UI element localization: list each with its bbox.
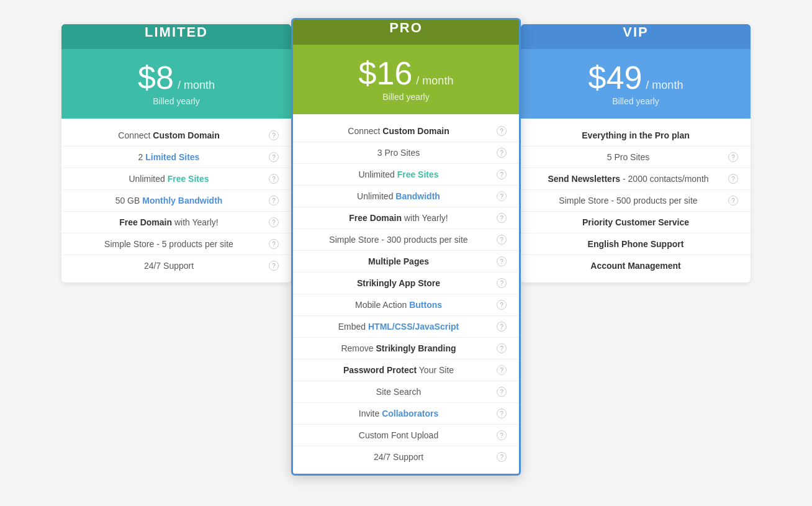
help-icon-pro-7[interactable]: ?	[497, 278, 507, 288]
feature-item-limited-1: 2 Limited Sites ?	[61, 147, 291, 168]
price-section-vip: $49 / month Billed yearly	[521, 49, 751, 119]
feature-item-pro-7: Strikingly App Store ?	[293, 273, 519, 294]
feature-item-pro-11: Password Protect Your Site ?	[293, 359, 519, 381]
feature-text-pro-7: Strikingly App Store	[305, 278, 492, 288]
plan-name-vip: VIP	[521, 24, 751, 40]
plan-name-section-limited: LIMITED	[61, 24, 291, 49]
feature-item-pro-2: Unlimited Free Sites ?	[293, 164, 519, 186]
price-row-limited: $8 / month	[74, 61, 279, 94]
help-icon-limited-3[interactable]: ?	[269, 196, 279, 206]
plan-header-pro: PRO $16 / month Billed yearly	[293, 18, 519, 114]
price-period-pro: / month	[416, 75, 453, 88]
help-icon-pro-3[interactable]: ?	[497, 191, 507, 201]
feature-text-limited-3: 50 GB Monthly Bandwidth	[74, 196, 264, 206]
plan-name-section-vip: VIP	[521, 24, 751, 49]
help-icon-limited-2[interactable]: ?	[269, 174, 279, 184]
help-icon-pro-11[interactable]: ?	[497, 365, 507, 375]
plan-name-limited: LIMITED	[61, 24, 291, 40]
help-icon-limited-4[interactable]: ?	[269, 217, 279, 227]
help-icon-pro-5[interactable]: ?	[497, 235, 507, 245]
feature-item-limited-3: 50 GB Monthly Bandwidth ?	[61, 190, 291, 212]
feature-item-pro-4: Free Domain with Yearly! ?	[293, 207, 519, 229]
plan-name-pro: PRO	[293, 20, 519, 36]
price-billing-pro: Billed yearly	[305, 92, 507, 102]
feature-item-limited-5: Simple Store - 5 products per site ?	[61, 233, 291, 255]
help-icon-pro-14[interactable]: ?	[497, 430, 507, 440]
price-billing-vip: Billed yearly	[533, 96, 738, 106]
plan-card-pro: PRO $16 / month Billed yearly Connect Cu…	[291, 18, 521, 476]
feature-text-limited-0: Connect Custom Domain	[74, 130, 264, 140]
help-icon-limited-5[interactable]: ?	[269, 239, 279, 249]
help-icon-pro-8[interactable]: ?	[497, 300, 507, 310]
feature-text-pro-0: Connect Custom Domain	[305, 126, 492, 136]
feature-text-pro-13: Invite Collaborators	[305, 409, 492, 418]
feature-item-vip-0: Everything in the Pro plan	[521, 125, 751, 147]
feature-text-pro-5: Simple Store - 300 products per site	[305, 235, 492, 245]
feature-text-pro-1: 3 Pro Sites	[305, 148, 492, 158]
price-amount-vip: $49	[589, 61, 643, 94]
help-icon-pro-13[interactable]: ?	[497, 409, 507, 418]
help-icon-vip-1[interactable]: ?	[728, 152, 738, 162]
feature-item-vip-5: English Phone Support	[521, 233, 751, 255]
help-icon-pro-10[interactable]: ?	[497, 343, 507, 353]
feature-item-pro-0: Connect Custom Domain ?	[293, 120, 519, 142]
feature-text-limited-1: 2 Limited Sites	[74, 152, 264, 162]
price-billing-limited: Billed yearly	[74, 96, 279, 106]
price-section-limited: $8 / month Billed yearly	[61, 49, 291, 119]
price-row-vip: $49 / month	[533, 61, 738, 94]
feature-item-vip-2: Send Newsletters - 2000 contacts/month ?	[521, 168, 751, 190]
feature-item-vip-3: Simple Store - 500 products per site ?	[521, 190, 751, 212]
pricing-container: LIMITED $8 / month Billed yearly Connect…	[34, 24, 778, 482]
feature-item-limited-2: Unlimited Free Sites ?	[61, 168, 291, 190]
plan-header-limited: LIMITED $8 / month Billed yearly	[61, 24, 291, 119]
feature-text-pro-12: Site Search	[305, 387, 492, 397]
feature-text-pro-11: Password Protect Your Site	[305, 365, 492, 375]
feature-text-limited-4: Free Domain with Yearly!	[74, 217, 264, 227]
feature-text-pro-8: Mobile Action Buttons	[305, 300, 492, 310]
help-icon-pro-15[interactable]: ?	[497, 452, 507, 462]
feature-item-limited-6: 24/7 Support ?	[61, 255, 291, 276]
help-icon-vip-2[interactable]: ?	[728, 174, 738, 184]
feature-item-pro-10: Remove Strikingly Branding ?	[293, 338, 519, 359]
feature-text-pro-3: Unlimited Bandwidth	[305, 191, 492, 201]
feature-item-pro-15: 24/7 Support ?	[293, 446, 519, 468]
feature-text-pro-10: Remove Strikingly Branding	[305, 343, 492, 353]
feature-item-pro-3: Unlimited Bandwidth ?	[293, 186, 519, 207]
feature-text-vip-3: Simple Store - 500 products per site	[533, 196, 723, 206]
features-list-limited: Connect Custom Domain ? 2 Limited Sites …	[61, 119, 291, 282]
help-icon-pro-9[interactable]: ?	[497, 322, 507, 332]
help-icon-pro-1[interactable]: ?	[497, 148, 507, 158]
price-period-vip: / month	[646, 79, 683, 92]
help-icon-pro-0[interactable]: ?	[497, 126, 507, 136]
feature-text-pro-9: Embed HTML/CSS/JavaScript	[305, 322, 492, 332]
feature-text-vip-6: Account Management	[533, 261, 738, 271]
features-list-pro: Connect Custom Domain ? 3 Pro Sites ? Un…	[293, 114, 519, 474]
help-icon-limited-6[interactable]: ?	[269, 261, 279, 271]
feature-item-pro-8: Mobile Action Buttons ?	[293, 294, 519, 316]
feature-text-pro-4: Free Domain with Yearly!	[305, 213, 492, 223]
help-icon-pro-6[interactable]: ?	[497, 256, 507, 266]
help-icon-limited-0[interactable]: ?	[269, 130, 279, 140]
feature-item-pro-13: Invite Collaborators ?	[293, 403, 519, 425]
help-icon-pro-4[interactable]: ?	[497, 213, 507, 223]
help-icon-limited-1[interactable]: ?	[269, 152, 279, 162]
help-icon-pro-2[interactable]: ?	[497, 169, 507, 179]
feature-item-pro-14: Custom Font Upload ?	[293, 425, 519, 446]
feature-item-limited-4: Free Domain with Yearly! ?	[61, 212, 291, 233]
plan-card-limited: LIMITED $8 / month Billed yearly Connect…	[61, 24, 291, 282]
price-amount-limited: $8	[138, 61, 174, 94]
feature-text-pro-6: Multiple Pages	[305, 256, 492, 266]
feature-text-pro-14: Custom Font Upload	[305, 430, 492, 440]
feature-text-pro-2: Unlimited Free Sites	[305, 169, 492, 179]
price-amount-pro: $16	[359, 57, 413, 89]
feature-text-vip-2: Send Newsletters - 2000 contacts/month	[533, 174, 723, 184]
plan-name-section-pro: PRO	[291, 18, 521, 45]
help-icon-vip-3[interactable]: ?	[728, 196, 738, 206]
feature-text-limited-5: Simple Store - 5 products per site	[74, 239, 264, 249]
feature-item-vip-6: Account Management	[521, 255, 751, 276]
feature-item-limited-0: Connect Custom Domain ?	[61, 125, 291, 147]
feature-item-pro-6: Multiple Pages ?	[293, 251, 519, 273]
feature-item-pro-5: Simple Store - 300 products per site ?	[293, 229, 519, 251]
help-icon-pro-12[interactable]: ?	[497, 387, 507, 397]
plan-header-vip: VIP $49 / month Billed yearly	[521, 24, 751, 119]
